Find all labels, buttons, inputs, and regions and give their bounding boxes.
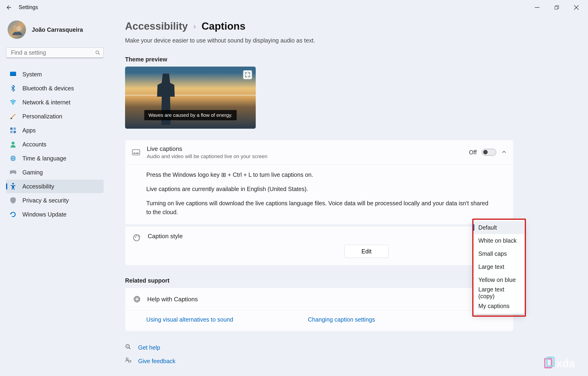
sidebar-item-time[interactable]: Time & language [6,152,104,165]
sidebar-item-personalization[interactable]: Personalization [6,110,104,123]
breadcrumb: Accessibility › Captions [125,20,513,32]
support-link-caption-settings[interactable]: Changing caption settings [308,316,375,323]
svg-text:xda: xda [556,357,575,369]
user-profile[interactable]: João Carrasqueira [8,20,104,39]
get-help-label: Get help [138,344,160,351]
nav-label: Gaming [22,169,43,176]
style-option-my-captions[interactable]: My captions [473,299,525,312]
search-input[interactable] [6,47,104,58]
sidebar-item-network[interactable]: Network & internet [6,96,104,109]
theme-preview-label: Theme preview [125,56,513,63]
watermark-logo: xda [544,355,584,372]
svg-point-30 [136,296,138,302]
style-option-large-text[interactable]: Large text [473,260,525,273]
svg-point-34 [126,358,128,360]
svg-line-7 [98,54,100,55]
accounts-icon [10,141,16,148]
sidebar-item-gaming[interactable]: Gaming [6,166,104,179]
back-button[interactable] [2,0,16,14]
svg-rect-24 [136,153,139,154]
shield-icon [10,197,16,204]
help-title: Help with Captions [147,296,198,303]
svg-point-27 [138,236,139,237]
avatar [8,20,26,39]
give-feedback-link[interactable]: Give feedback [125,357,513,365]
support-link-visual[interactable]: Using visual alternatives to sound [146,316,233,323]
close-button[interactable] [567,1,586,14]
svg-rect-35 [128,360,131,362]
live-captions-title: Live captions [147,145,469,153]
page-description: Make your device easier to use without s… [125,37,513,44]
expand-preview-button[interactable] [243,70,252,79]
info-line-2: Live captions are currently available in… [146,185,492,194]
back-arrow-icon [6,4,12,11]
style-option-yellow-on-blue[interactable]: Yellow on blue [473,273,525,286]
accessibility-icon [10,183,16,190]
maximize-icon [555,5,559,10]
svg-point-10 [13,104,14,105]
minimize-icon [535,5,539,10]
nav-label: Accessibility [22,183,54,190]
svg-rect-9 [10,75,16,76]
globe-icon [133,295,141,303]
sidebar-item-bluetooth[interactable]: Bluetooth & devices [6,81,104,95]
svg-text:?: ? [127,345,128,348]
related-support-label: Related support [125,277,513,284]
caption-style-dropdown[interactable]: Default White on black Small caps Large … [473,220,525,314]
info-line-3: Turning on live captions will download t… [146,199,492,217]
get-help-link[interactable]: ? Get help [125,344,513,351]
sidebar-item-update[interactable]: Windows Update [6,208,104,221]
sidebar-item-system[interactable]: System [6,67,104,81]
nav-label: Bluetooth & devices [22,85,74,92]
style-option-small-caps[interactable]: Small caps [473,247,525,260]
search-icon [95,50,100,56]
close-icon [574,5,579,10]
svg-point-16 [12,142,15,144]
sidebar: João Carrasqueira System Bluetooth & dev… [0,15,110,376]
svg-rect-23 [134,153,136,154]
nav: System Bluetooth & devices Network & int… [6,67,104,221]
user-name: João Carrasqueira [32,26,83,33]
nav-label: Apps [22,127,36,134]
titlebar: Settings [0,0,588,15]
paintbrush-icon [10,113,16,120]
toggle-state-label: Off [469,149,477,156]
give-feedback-label: Give feedback [138,358,176,365]
palette-icon [133,233,141,242]
live-captions-header[interactable]: Live captions Audio and video will be ca… [125,140,513,165]
nav-label: Network & internet [22,99,71,106]
svg-point-26 [136,235,137,236]
footer-links: ? Get help Give feedback [125,344,513,365]
style-option-large-text-copy[interactable]: Large text (copy) [473,286,525,299]
nav-label: Personalization [22,113,62,120]
update-icon [10,211,16,218]
chevron-right-icon: › [193,22,196,31]
sidebar-item-accessibility[interactable]: Accessibility [6,180,104,193]
preview-caption-text: Waves are caused by a flow of energy. [144,110,237,120]
style-option-default[interactable]: Default [473,221,525,234]
svg-rect-13 [13,128,16,130]
app-title: Settings [19,4,38,11]
chevron-up-icon[interactable] [501,149,507,155]
live-captions-card: Live captions Audio and video will be ca… [125,140,513,224]
captions-icon [132,148,140,156]
support-links: Using visual alternatives to sound Chang… [125,310,513,331]
nav-label: Time & language [22,155,66,162]
live-captions-info: Press the Windows logo key ⊞ + Ctrl + L … [125,165,513,224]
sidebar-item-accounts[interactable]: Accounts [6,138,104,151]
edit-button[interactable]: Edit [344,245,388,258]
breadcrumb-parent[interactable]: Accessibility [125,20,188,32]
live-captions-subtitle: Audio and video will be captioned live o… [147,154,469,159]
svg-rect-15 [13,131,16,133]
theme-preview: Waves are caused by a flow of energy. [125,66,256,129]
help-header[interactable]: Help with Captions [125,288,513,310]
style-option-white-on-black[interactable]: White on black [473,234,525,247]
content: Accessibility › Captions Make your devic… [110,15,588,376]
maximize-button[interactable] [547,1,567,14]
system-icon [10,71,16,77]
sidebar-item-apps[interactable]: Apps [6,123,104,137]
svg-point-28 [134,296,140,302]
sidebar-item-privacy[interactable]: Privacy & security [6,194,104,207]
live-captions-toggle[interactable] [482,149,496,156]
minimize-button[interactable] [527,1,547,14]
